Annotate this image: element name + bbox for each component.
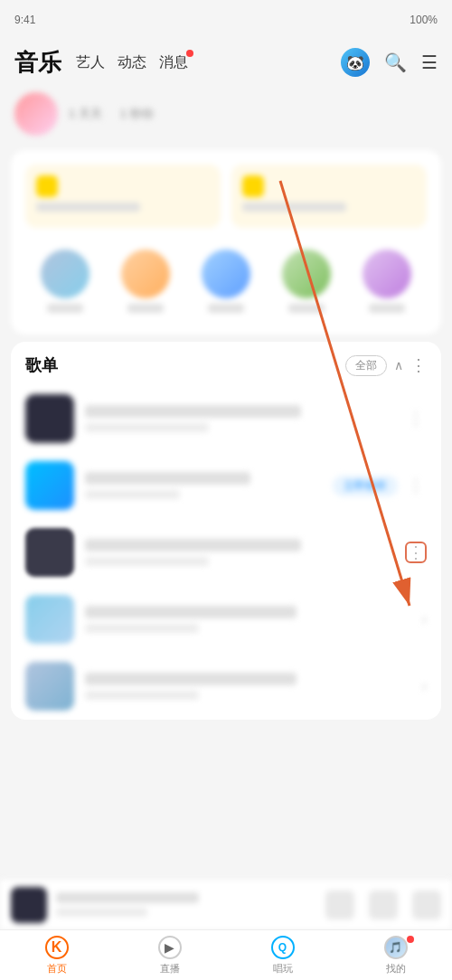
nav-mine[interactable]: 🎵 找的 (339, 930, 452, 980)
playlist-sub-3 (85, 557, 209, 566)
profile-stats: 1 天天 1 秒你 (69, 106, 154, 122)
circle-img-2 (121, 250, 170, 298)
rec-card-2 (231, 165, 427, 228)
dots-menu-2[interactable]: ⋮ (405, 475, 427, 496)
circle-item-4 (282, 250, 331, 313)
status-time: 9:41 (14, 14, 35, 26)
playlist-action-2: 立即收听 ⋮ (333, 475, 427, 496)
rec-card-icon-1 (36, 175, 58, 197)
header: 音乐 艺人 动态 消息 🐼 🔍 ☰ (0, 40, 452, 85)
music-info (56, 892, 316, 917)
rec-card-icon-2 (242, 175, 264, 197)
circle-label-5 (369, 304, 405, 313)
live-label: 直播 (160, 962, 180, 975)
sing-icon: Q (271, 936, 295, 959)
nav-message[interactable]: 消息 (159, 53, 188, 72)
nav-artist[interactable]: 艺人 (76, 53, 105, 72)
stat-seconds: 1 秒你 (120, 106, 154, 122)
dots-menu-3-highlighted[interactable]: ⋮ (405, 542, 427, 563)
mine-badge (407, 936, 414, 943)
circle-item-1 (41, 250, 89, 313)
circle-label-3 (208, 304, 244, 313)
menu-icon[interactable]: ☰ (421, 52, 438, 73)
extra-icon-2 (25, 662, 74, 711)
circle-img-5 (363, 250, 411, 298)
circle-img-4 (282, 250, 331, 298)
status-battery: 100% (410, 14, 438, 26)
extra-icon-1 (25, 595, 74, 644)
listen-button[interactable]: 立即收听 (333, 476, 398, 496)
live-icon: ▶ (158, 936, 182, 959)
extra-info-1 (85, 606, 411, 633)
sing-label: 唱玩 (273, 962, 293, 975)
header-icons: 🐼 🔍 ☰ (341, 48, 438, 77)
playlist-item-3[interactable]: ⋮ (11, 519, 441, 586)
main-content-area (11, 150, 441, 335)
circle-item-3 (202, 250, 250, 313)
playlist-section: 歌单 全部 ∧ ⋮ ⋮ 立即收听 ⋮ ⋮ (11, 342, 441, 720)
section-header: 歌单 全部 ∧ ⋮ (11, 342, 441, 385)
extra-name-1 (85, 606, 297, 618)
nav-live[interactable]: ▶ 直播 (113, 930, 226, 980)
circle-label-4 (288, 304, 325, 313)
status-bar: 9:41 100% (0, 0, 452, 40)
music-title (56, 892, 199, 903)
section-more-icon[interactable]: ⋮ (410, 355, 427, 375)
mine-label: 找的 (386, 962, 406, 975)
chevron-right-2: › (422, 678, 427, 694)
dots-menu-1[interactable]: ⋮ (405, 408, 427, 429)
rec-card-1 (25, 165, 221, 228)
playlist-thumb-3 (25, 528, 74, 577)
nav-dynamic[interactable]: 动态 (118, 53, 146, 72)
section-chevron-up[interactable]: ∧ (394, 358, 403, 372)
profile-avatar (14, 92, 58, 136)
extra-item-1[interactable]: › (11, 586, 441, 653)
page-title: 音乐 (14, 47, 61, 79)
playlist-action-1: ⋮ (405, 408, 427, 429)
home-label: 首页 (47, 962, 67, 975)
playlist-sub-1 (85, 423, 209, 432)
music-bar (0, 879, 452, 929)
home-icon: K (45, 936, 69, 959)
circle-row (25, 242, 427, 320)
avatar-button[interactable]: 🐼 (341, 48, 370, 77)
stat-days: 1 天天 (69, 106, 102, 122)
nav-sing[interactable]: Q 唱玩 (226, 930, 339, 980)
music-thumbnail (11, 887, 47, 923)
rec-card-text-1 (36, 203, 140, 212)
rec-cards (25, 165, 427, 228)
prev-button[interactable] (325, 890, 354, 919)
playlist-action-3: ⋮ (405, 542, 427, 563)
next-button[interactable] (412, 890, 441, 919)
circle-img-1 (41, 250, 89, 298)
music-artist (56, 908, 147, 917)
playlist-name-2 (85, 472, 250, 485)
nav-home[interactable]: K 首页 (0, 930, 113, 980)
playlist-item-1[interactable]: ⋮ (11, 385, 441, 452)
playlist-thumb-2 (25, 461, 74, 510)
search-icon[interactable]: 🔍 (384, 52, 407, 73)
circle-item-2 (121, 250, 170, 313)
bottom-nav: K 首页 ▶ 直播 Q 唱玩 🎵 找的 (0, 929, 452, 980)
extra-item-2[interactable]: › (11, 653, 441, 720)
section-title: 歌单 (25, 354, 338, 376)
playlist-info-3 (85, 539, 394, 566)
message-badge (186, 50, 193, 57)
playlist-item-2[interactable]: 立即收听 ⋮ (11, 452, 441, 519)
play-pause-button[interactable] (369, 890, 398, 919)
mine-icon: 🎵 (384, 936, 408, 959)
section-tag[interactable]: 全部 (345, 355, 387, 376)
music-controls (325, 890, 441, 919)
chevron-right-1: › (422, 611, 427, 627)
playlist-name-3 (85, 539, 301, 551)
playlist-info-1 (85, 405, 394, 432)
header-nav: 艺人 动态 消息 (76, 53, 326, 72)
rec-card-text-2 (242, 203, 346, 212)
profile-row: 1 天天 1 秒你 (0, 85, 452, 143)
playlist-info-2 (85, 472, 322, 499)
circle-label-2 (127, 304, 164, 313)
extra-sub-1 (85, 624, 199, 633)
circle-item-5 (363, 250, 411, 313)
playlist-name-1 (85, 405, 301, 418)
playlist-sub-2 (85, 490, 180, 499)
